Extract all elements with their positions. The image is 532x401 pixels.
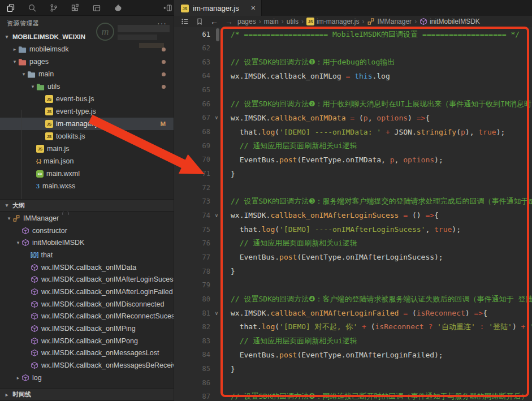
sidebar: 资源管理器 ··· m ▾ MOBILEIMSDK_WEIXIN ▸mobile… [0, 16, 174, 401]
js-file-icon: JS [36, 145, 44, 153]
fold-chevron-icon[interactable]: ∨ [210, 311, 223, 316]
sidebar-item-utils[interactable]: ▾utils [0, 80, 174, 93]
code-line-81[interactable]: 81∨wx.IMSDK.callback_onIMAfterLoginFaile… [174, 306, 532, 320]
extensions-icon[interactable] [64, 0, 86, 16]
js-file-icon: JS [45, 95, 53, 103]
layout-toggle-icon[interactable] [160, 0, 176, 16]
json-icon: {..} [36, 158, 41, 164]
line-number: 67 [174, 114, 210, 122]
fold-chevron-icon[interactable]: ∨ [210, 115, 223, 120]
sidebar-item-main-js[interactable]: JSmain.js [0, 143, 174, 155]
more-actions-icon[interactable]: ··· [157, 19, 167, 28]
sidebar-item-main-json[interactable]: {..}main.json [0, 155, 174, 167]
code-line-74[interactable]: 74∨wx.IMSDK.callback_onIMAfterLoginSuces… [174, 208, 532, 222]
source-control-icon[interactable] [43, 0, 64, 16]
code-line-80[interactable]: 80// 设置SDK的回调方法❹：客户端的登陆请求被服务端认证失败后的回调（事件… [174, 292, 532, 306]
search-icon[interactable] [21, 0, 43, 16]
outline-item-IMManager[interactable]: ▾IMManager [0, 212, 174, 225]
outline-item-wx-IMSDK-callback-onIMPong[interactable]: wx.IMSDK.callback_onIMPong [0, 335, 174, 347]
code-line-65[interactable]: 65 [174, 83, 532, 97]
outline-section-header[interactable]: ▾ 大纲 [0, 199, 174, 212]
line-number: 77 [174, 253, 210, 261]
outline-item-that[interactable]: [@]that [0, 249, 174, 261]
code-line-83[interactable]: 83 // 通知应用层页面刷新相关ui逻辑 [174, 334, 532, 348]
sidebar-item-main-wxml[interactable]: <>main.wxml [0, 167, 174, 180]
modified-dot-badge [162, 48, 166, 51]
tree-root-mobileimsdk-weixin[interactable]: ▾ MOBILEIMSDK_WEIXIN [0, 31, 174, 43]
hand-icon[interactable] [107, 0, 129, 16]
line-number: 75 [174, 226, 210, 234]
line-number: 73 [174, 197, 210, 205]
outline-item-initMobileIMSDK[interactable]: ▾initMobileIMSDK [0, 236, 174, 249]
outline-item-constructor[interactable]: constructor [0, 225, 174, 237]
variable-icon: [@] [31, 252, 38, 258]
code-line-68[interactable]: 68 that.log('[DEMO] ----onIMData: ' + JS… [174, 125, 532, 139]
outline-item-wx-IMSDK-callback-onMessagesBeReceived[interactable]: wx.IMSDK.callback_onMessagesBeReceived [0, 359, 174, 372]
code-line-73[interactable]: 73// 设置SDK的回调方法❸：服务端对客户端提交的登陆请求处理完成后的回调（… [174, 195, 532, 209]
sidebar-item-im-manager-js[interactable]: JSim-manager.jsM [0, 118, 174, 130]
wxss-icon: 3 [36, 182, 40, 191]
back-arrow-icon[interactable]: ← [208, 17, 220, 26]
sidebar-item-main[interactable]: ▾main [0, 68, 174, 80]
code-line-71[interactable]: 71} [174, 167, 532, 181]
tab-close-icon[interactable]: × [251, 3, 256, 12]
sidebar-item-event-bus-js[interactable]: JSevent-bus.js [0, 93, 174, 105]
js-file-icon: JS [45, 120, 53, 128]
explorer-title: 资源管理器 [7, 19, 40, 28]
outline-item-wx-IMSDK-callback-onIMReconnectSucess[interactable]: wx.IMSDK.callback_onIMReconnectSucess [0, 311, 174, 323]
files-icon[interactable] [0, 0, 21, 16]
editor-pane[interactable]: ←→pages›main›utils›JSim-manager.js›IMMan… [174, 16, 532, 401]
code-line-72[interactable]: 72 [174, 180, 532, 195]
code-line-87[interactable]: 87// 设置SDK的回调方法❺：网络连接已断开时的回调（事件通知于与服务器的网… [174, 390, 532, 401]
code-line-69[interactable]: 69 // 通知应用层页面刷新相关ui逻辑 [174, 139, 532, 153]
bookmark-icon[interactable] [193, 18, 206, 25]
js-file-icon: JS [45, 107, 53, 115]
line-number: 81 [174, 309, 210, 317]
outline-list-icon[interactable] [179, 18, 191, 25]
code-line-79[interactable]: 79 [174, 278, 532, 292]
outline-item-wx-IMSDK-callback-onMessagesLost[interactable]: wx.IMSDK.callback_onMessagesLost [0, 347, 174, 360]
code-line-85[interactable]: 85} [174, 362, 532, 376]
sidebar-item-toolkits-js[interactable]: JStoolkits.js [0, 130, 174, 143]
window-icon[interactable] [86, 0, 107, 16]
breadcrumb-separator: › [361, 18, 365, 25]
code-line-78[interactable]: 78} [174, 264, 532, 278]
code-line-61[interactable]: 61/* =================== MobileIMSDK的回调设… [174, 27, 532, 41]
forward-arrow-icon[interactable]: → [223, 17, 235, 26]
outline-item-log[interactable]: ▸log [0, 372, 174, 384]
code-line-77[interactable]: 77 EventBus.post(EventType.onIMAfterLogi… [174, 250, 532, 264]
activity-bar [0, 0, 129, 16]
outline-item-wx-IMSDK-callback-onIMData[interactable]: wx.IMSDK.callback_onIMData [0, 261, 174, 274]
breadcrumb-item-initmobileimsdk[interactable]: initMobileIMSDK [419, 18, 480, 25]
tab-im-manager[interactable]: JS im-manager.js × [174, 0, 262, 16]
code-line-76[interactable]: 76 // 通知应用层页面刷新相关ui逻辑 [174, 236, 532, 251]
code-line-64[interactable]: 64wx.IMSDK.callback_onIMLog = this.log [174, 69, 532, 83]
folder-blue [18, 46, 27, 53]
code-line-84[interactable]: 84 EventBus.post(EventType.onIMAfterLogi… [174, 348, 532, 362]
code-line-66[interactable]: 66// 设置SDK的回调方法❷：用于收到聊天消息时在UI上展现出来（事件通知于… [174, 97, 532, 111]
code-line-82[interactable]: 82 that.log('[DEMO] 对不起, 你' + (isReconne… [174, 320, 532, 334]
sidebar-item-main-wxss[interactable]: 3main.wxss [0, 180, 174, 192]
line-number: 65 [174, 86, 210, 94]
timeline-section-header[interactable]: ▸ 时间线 [0, 388, 174, 401]
outline-item-wx-IMSDK-callback-onIMAfterLoginSucess[interactable]: wx.IMSDK.callback_onIMAfterLoginSucess [0, 273, 174, 286]
code-line-70[interactable]: 70 EventBus.post(EventType.onIMData, p, … [174, 153, 532, 167]
sidebar-item-event-type-js[interactable]: JSevent-type.js [0, 105, 174, 118]
outline-item-wx-IMSDK-callback-onIMPing[interactable]: wx.IMSDK.callback_onIMPing [0, 322, 174, 335]
code-line-86[interactable]: 86 [174, 376, 532, 390]
code-line-63[interactable]: 63// 设置SDK的回调方法❶：用于debug的log输出 [174, 55, 532, 69]
code-line-62[interactable]: 62 [174, 41, 532, 55]
breadcrumb-item-main[interactable]: main [264, 18, 279, 25]
code-line-67[interactable]: 67∨wx.IMSDK.callback_onIMData = (p, opti… [174, 111, 532, 125]
sidebar-item-pages[interactable]: ▾pages [0, 55, 174, 68]
outline-item-wx-IMSDK-callback-onIMAfterLoginFailed[interactable]: wx.IMSDK.callback_onIMAfterLoginFailed [0, 286, 174, 298]
breadcrumb-item-im-manager.js[interactable]: JSim-manager.js [306, 18, 359, 25]
code-line-75[interactable]: 75 that.log('[DEMO] ----onIMAfterLoginSu… [174, 222, 532, 236]
outline-item-wx-IMSDK-callback-onIMDisconnected[interactable]: wx.IMSDK.callback_onIMDisconnected [0, 298, 174, 311]
sidebar-item-mobileimsdk[interactable]: ▸mobileimsdk [0, 43, 174, 55]
breadcrumb-item-pages[interactable]: pages [237, 18, 256, 25]
chevron-down-icon: ▾ [6, 215, 12, 221]
breadcrumb-item-immanager[interactable]: IMManager [367, 18, 412, 25]
fold-chevron-icon[interactable]: ∨ [210, 213, 223, 218]
breadcrumb-item-utils[interactable]: utils [287, 18, 299, 25]
